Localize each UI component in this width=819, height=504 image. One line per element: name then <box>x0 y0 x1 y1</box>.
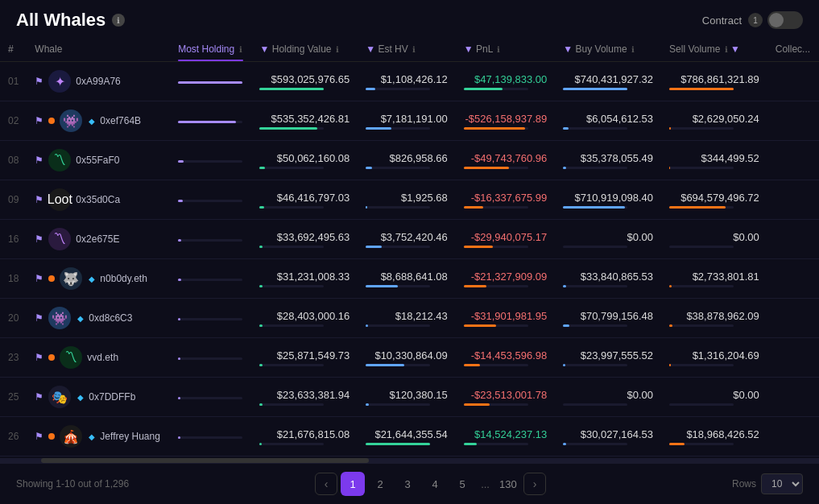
collect-cell <box>767 180 819 220</box>
col-header-holding-value[interactable]: ▼ Holding Value ℹ <box>251 37 358 62</box>
table-row[interactable]: 02 ⚑ 👾 ◆ 0xef764B $535,352,426.81 $7,181… <box>0 101 819 141</box>
table-header-row: # Whale Most Holding ℹ ▼ Holding Value ℹ… <box>0 37 819 62</box>
est-hv-bar-fill <box>366 443 430 445</box>
holding-value-cell: $46,416,797.03 <box>251 180 358 220</box>
whale-name: 0xd8c6C3 <box>89 312 132 324</box>
pnl-cell: -$23,513,001.78 <box>456 378 556 417</box>
buy-volume-value: $70,799,156.48 <box>563 310 653 322</box>
row-number: 23 <box>0 338 27 378</box>
most-holding-info-icon[interactable]: ℹ <box>239 45 242 54</box>
buy-volume-bar <box>563 206 627 209</box>
est-hv-bar <box>366 285 430 287</box>
sell-volume-bar <box>669 324 734 327</box>
avatar: ✦ <box>48 70 71 93</box>
est-hv-info-icon[interactable]: ℹ <box>412 45 416 54</box>
pnl-value: -$29,940,075.17 <box>464 231 548 243</box>
pnl-value: -$526,158,937.89 <box>464 113 548 125</box>
buy-volume-cell: $35,378,055.49 <box>555 141 661 180</box>
collect-cell <box>767 299 819 338</box>
buy-volume-bar-fill <box>563 443 565 445</box>
col-header-collect[interactable]: Collec... <box>767 37 819 62</box>
buy-volume-bar <box>563 127 627 130</box>
sell-volume-cell: $2,629,050.24 <box>661 101 767 141</box>
sell-volume-bar <box>669 127 734 130</box>
buy-volume-bar <box>563 324 627 327</box>
table-row[interactable]: 23 ⚑ 〽 vvd.eth $25,871,549.73 $10,330,86… <box>0 338 819 378</box>
col-header-sell-volume[interactable]: Sell Volume ℹ ▼ <box>661 37 767 62</box>
col-header-buy-volume[interactable]: ▼ Buy Volume ℹ <box>555 37 661 62</box>
sell-volume-cell: $1,316,204.69 <box>661 338 767 378</box>
holding-value-bar <box>259 285 324 287</box>
most-holding-bar <box>178 160 242 163</box>
bookmark-icon: ⚑ <box>35 312 43 324</box>
holding-value-bar <box>259 88 324 90</box>
whale-name: vvd.eth <box>87 352 118 363</box>
table-row[interactable]: 16 ⚑ 〽 0x2e675E $33,692,495.63 $3,752,42… <box>0 220 819 259</box>
table-row[interactable]: 09 ⚑ Loot 0x35d0Ca $46,416,797.03 $1,925… <box>0 180 819 220</box>
most-holding-cell <box>170 101 251 141</box>
page-button-2[interactable]: 2 <box>368 472 392 496</box>
pnl-bar-fill <box>464 443 477 445</box>
buy-volume-bar <box>563 167 627 169</box>
sell-volume-bar <box>669 206 734 209</box>
buy-volume-cell: $33,840,865.53 <box>555 259 661 299</box>
holding-value-cell: $25,871,549.73 <box>251 338 358 378</box>
most-holding-bar <box>178 397 242 399</box>
holding-value-info-icon[interactable]: ℹ <box>336 45 339 54</box>
table-row[interactable]: 26 ⚑ 🎪 ◆ Jeffrey Huang $21,676,815.08 $2… <box>0 417 819 456</box>
row-number: 26 <box>0 417 27 456</box>
est-hv-value: $10,330,864.09 <box>366 349 448 361</box>
sell-volume-value: $1,316,204.69 <box>669 349 759 361</box>
avatar: Loot <box>48 188 71 211</box>
page-button-130[interactable]: 130 <box>496 472 520 496</box>
sell-volume-info-icon[interactable]: ℹ <box>725 45 728 54</box>
pnl-info-icon[interactable]: ℹ <box>497 45 500 54</box>
table-row[interactable]: 01 ⚑ ✦ 0xA99A76 $593,025,976.65 $1,108,4… <box>0 62 819 101</box>
row-number: 18 <box>0 259 27 299</box>
sell-volume-value: $0.00 <box>669 231 759 243</box>
col-header-pnl[interactable]: ▼ PnL ℹ <box>456 37 556 62</box>
est-hv-value: $21,644,355.54 <box>366 428 448 440</box>
col-header-most-holding[interactable]: Most Holding ℹ <box>170 37 251 62</box>
est-hv-bar-fill <box>366 324 367 327</box>
most-holding-bar <box>178 318 242 320</box>
page-button-1[interactable]: 1 <box>341 472 365 496</box>
whale-cell: ⚑ 🎭 ◆ 0x7DDFFb <box>27 378 170 417</box>
pnl-value: -$31,901,981.95 <box>464 310 548 322</box>
most-holding-bar-fill <box>178 397 180 399</box>
whale-name: 0x2e675E <box>76 233 119 245</box>
most-holding-bar-fill <box>178 318 180 320</box>
table-row[interactable]: 25 ⚑ 🎭 ◆ 0x7DDFFb $23,633,381.94 $120,38… <box>0 378 819 417</box>
pnl-bar-fill <box>464 324 496 327</box>
page-button-4[interactable]: 4 <box>423 472 447 496</box>
table-row[interactable]: 18 ⚑ 🐺 ◆ n0b0dy.eth $31,231,008.33 $8,68… <box>0 259 819 299</box>
whale-cell: ⚑ 🎪 ◆ Jeffrey Huang <box>27 417 170 456</box>
est-hv-cell: $18,212.43 <box>358 299 456 338</box>
est-hv-value: $3,752,420.46 <box>366 231 448 243</box>
est-hv-bar-fill <box>366 206 367 209</box>
buy-volume-bar <box>563 364 627 366</box>
sell-volume-value: $344,499.52 <box>669 152 759 164</box>
page-button-3[interactable]: 3 <box>395 472 420 496</box>
table-row[interactable]: 08 ⚑ 〽 0x55FaF0 $50,062,160.08 $826,958.… <box>0 141 819 180</box>
buy-volume-info-icon[interactable]: ℹ <box>631 45 635 54</box>
pnl-cell: -$21,327,909.09 <box>456 259 556 299</box>
pnl-cell: -$31,901,981.95 <box>456 299 556 338</box>
dot-indicator <box>48 118 55 124</box>
col-header-est-hv[interactable]: ▼ Est HV ℹ <box>358 37 456 62</box>
collect-cell <box>767 338 819 378</box>
pnl-cell: -$29,940,075.17 <box>456 220 556 259</box>
est-hv-bar-fill <box>366 364 404 366</box>
prev-page-button[interactable]: ‹ <box>315 473 337 495</box>
sell-volume-value: $38,878,962.09 <box>669 310 759 322</box>
pnl-bar <box>464 324 528 327</box>
title-info-icon[interactable]: ℹ <box>112 14 125 27</box>
contract-toggle[interactable] <box>767 11 803 29</box>
table-row[interactable]: 20 ⚑ 👾 ◆ 0xd8c6C3 $28,403,000.16 $18,212… <box>0 299 819 338</box>
next-page-button[interactable]: › <box>523 473 546 495</box>
rows-select[interactable]: 10 25 50 <box>761 473 803 494</box>
page-button-5[interactable]: 5 <box>450 472 474 496</box>
holding-value-bar <box>259 127 324 130</box>
most-holding-bar-fill <box>178 81 242 84</box>
buy-volume-cell: $740,431,927.32 <box>555 62 661 101</box>
